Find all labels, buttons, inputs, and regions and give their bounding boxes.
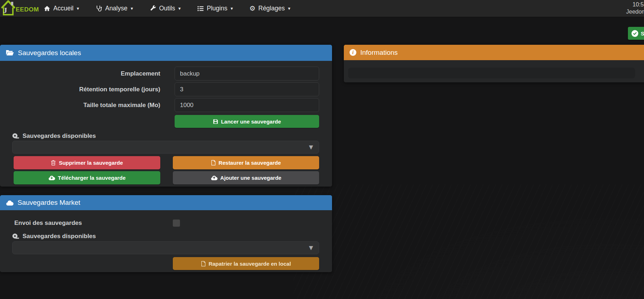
emplacement-input[interactable] [175, 67, 319, 81]
backup-actions: Supprimer la sauvegarde Restaurer la sau… [14, 156, 319, 184]
nav-item-analyse[interactable]: Analyse ▾ [96, 5, 133, 12]
restore-backup-label: Restaurer la sauvegarde [219, 160, 281, 166]
form-row-emplacement: Emplacement [0, 67, 332, 81]
send-backups-label: Envoi des sauvegardes [14, 220, 173, 227]
local-backups-header: Sauvegardes locales [0, 45, 332, 61]
informations-body [344, 60, 644, 82]
logo-brand-text: EEDOM [16, 6, 39, 13]
nav-item-label: Réglages [258, 5, 285, 12]
save-button-label: Sauvegarder [641, 30, 644, 37]
add-backup-button[interactable]: Ajouter une sauvegarde [173, 171, 319, 184]
cloud-upload-icon [211, 175, 218, 180]
jeedom-version-text: Jeedom [626, 9, 644, 15]
informations-panel: i Informations [344, 45, 644, 82]
taille-label: Taille totale maximale (Mo) [0, 102, 165, 109]
nav-item-outils[interactable]: Outils ▾ [150, 5, 181, 12]
check-circle-icon [631, 30, 638, 37]
nav-item-label: Outils [159, 5, 175, 12]
market-backups-select[interactable]: ▼ [12, 241, 319, 254]
chevron-down-icon: ▾ [77, 6, 79, 11]
cloud-icon [6, 200, 14, 206]
navbar-status: 10:5 Jeedom [624, 0, 644, 17]
save-icon [213, 119, 218, 124]
add-backup-label: Ajouter une sauvegarde [220, 175, 282, 181]
launch-backup-button[interactable]: Lancer une sauvegarde [175, 115, 319, 128]
clock-text: 10:5 [633, 2, 644, 8]
market-available-label: Sauvegardes disponibles [23, 233, 96, 240]
launch-backup-label: Lancer une sauvegarde [221, 119, 281, 125]
nav-menu: Accueil ▾ Analyse ▾ Outils ▾ [44, 5, 290, 12]
download-backup-label: Télécharger la sauvegarde [58, 175, 126, 181]
informations-content [348, 68, 635, 78]
file-icon [211, 160, 216, 165]
tape-icon [12, 233, 19, 240]
market-backups-body: Envoi des sauvegardes Sauvegardes dispon… [0, 210, 332, 272]
gear-icon: ⚙ [249, 5, 255, 12]
nav-item-label: Analyse [105, 5, 127, 12]
form-row-taille: Taille totale maximale (Mo) [0, 98, 332, 112]
folder-open-icon [6, 49, 14, 56]
delete-backup-button[interactable]: Supprimer la sauvegarde [14, 156, 160, 169]
send-backups-checkbox[interactable] [173, 220, 180, 227]
save-button[interactable]: Sauvegarder [628, 27, 644, 40]
caret-down-icon: ▼ [309, 245, 313, 251]
info-icon: i [350, 49, 356, 56]
wrench-icon [150, 5, 156, 12]
restore-backup-button[interactable]: Restaurer la sauvegarde [173, 156, 319, 169]
emplacement-label: Emplacement [0, 70, 165, 77]
list-icon [197, 5, 204, 12]
panel-title: Sauvegardes Market [18, 199, 80, 207]
informations-header: i Informations [344, 45, 644, 60]
tape-icon [12, 132, 19, 140]
market-backups-panel: Sauvegardes Market Envoi des sauvegardes… [0, 195, 332, 272]
chevron-down-icon: ▾ [131, 6, 133, 11]
nav-item-label: Plugins [207, 5, 227, 12]
local-backups-body: Emplacement Rétention temporelle (jours)… [0, 61, 332, 187]
caret-down-icon: ▼ [309, 144, 313, 150]
top-navbar: J EEDOM Accueil ▾ Analyse ▾ [0, 0, 644, 17]
taille-input[interactable] [175, 98, 319, 112]
retention-label: Rétention temporelle (jours) [0, 86, 165, 93]
nav-item-accueil[interactable]: Accueil ▾ [44, 5, 79, 12]
chevron-down-icon: ▾ [230, 6, 233, 11]
background-texture [293, 184, 644, 299]
available-backups-label-row: Sauvegardes disponibles [12, 132, 332, 140]
market-backups-header: Sauvegardes Market [0, 195, 332, 210]
repatriate-backup-label: Rapatrier la sauvegarde en local [209, 261, 291, 267]
repatriate-backup-button[interactable]: Rapatrier la sauvegarde en local [173, 257, 319, 270]
available-backups-label: Sauvegardes disponibles [23, 132, 96, 140]
chevron-down-icon: ▾ [288, 6, 291, 11]
form-row-retention: Rétention temporelle (jours) [0, 82, 332, 96]
nav-item-plugins[interactable]: Plugins ▾ [197, 5, 233, 12]
local-backups-panel: Sauvegardes locales Emplacement Rétentio… [0, 45, 332, 187]
retention-input[interactable] [175, 82, 319, 96]
chevron-down-icon: ▾ [178, 6, 181, 11]
download-backup-button[interactable]: Télécharger la sauvegarde [14, 171, 160, 184]
file-icon [201, 261, 206, 266]
nav-item-label: Accueil [53, 5, 73, 12]
trash-icon [51, 160, 56, 165]
logo-letter: J [3, 6, 7, 15]
stethoscope-icon [96, 5, 102, 12]
local-backups-select[interactable]: ▼ [12, 141, 319, 154]
market-available-label-row: Sauvegardes disponibles [12, 232, 332, 240]
send-backups-row: Envoi des sauvegardes [14, 220, 332, 227]
panel-title: Informations [360, 49, 398, 57]
panel-title: Sauvegardes locales [18, 49, 81, 57]
delete-backup-label: Supprimer la sauvegarde [59, 160, 123, 166]
cloud-download-icon [48, 175, 55, 180]
jeedom-logo[interactable]: J EEDOM [0, 0, 35, 17]
home-icon [44, 5, 50, 12]
nav-item-reglages[interactable]: ⚙ Réglages ▾ [249, 5, 291, 12]
